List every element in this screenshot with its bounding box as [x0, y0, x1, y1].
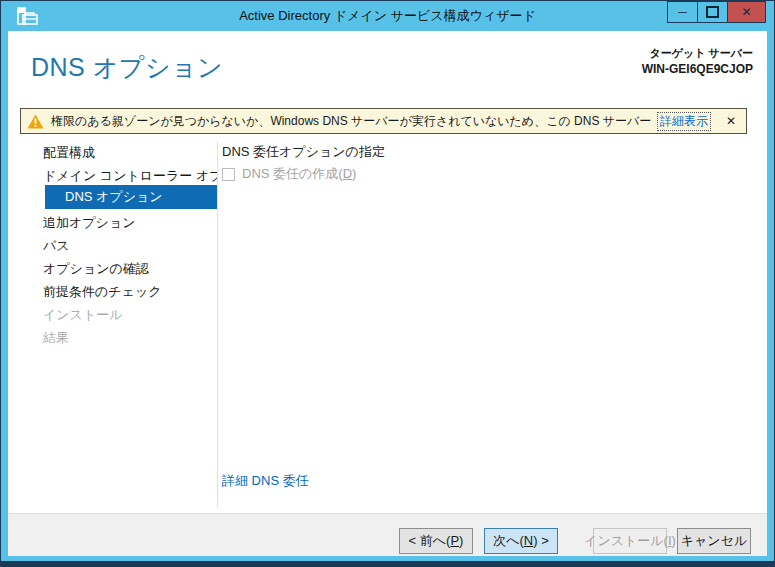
minimize-button[interactable]: ─: [667, 1, 698, 23]
window-bottom-edge: [1, 561, 774, 566]
sidebar-item-prerequisites-check[interactable]: 前提条件のチェック: [20, 282, 217, 302]
advanced-dns-delegation-link[interactable]: 詳細 DNS 委任: [222, 472, 309, 490]
wizard-window: Active Directory ドメイン サービス構成ウィザード ─ ✕ DN…: [0, 0, 775, 567]
sidebar-item-installation: インストール: [20, 305, 217, 325]
wizard-steps-sidebar: 配置構成 ドメイン コントローラー オプ… DNS オプション 追加オプション …: [20, 141, 217, 511]
sidebar-item-domain-controller-options[interactable]: ドメイン コントローラー オプ…: [20, 166, 217, 186]
create-dns-delegation-checkbox[interactable]: [222, 168, 235, 181]
client-area: DNS オプション ターゲット サーバー WIN-GEI6QE9CJOP 権限の…: [8, 31, 767, 556]
cancel-button[interactable]: キャンセル: [677, 528, 751, 554]
maximize-button[interactable]: [697, 1, 728, 23]
close-icon: ✕: [741, 5, 751, 19]
maximize-icon: [706, 6, 719, 18]
section-heading: DNS 委任オプションの指定: [222, 143, 385, 161]
warning-message: 権限のある親ゾーンが見つからないか、Windows DNS サーバーが実行されて…: [51, 113, 651, 130]
window-title: Active Directory ドメイン サービス構成ウィザード: [1, 7, 774, 25]
target-server-block: ターゲット サーバー WIN-GEI6QE9CJOP: [642, 46, 753, 76]
checkbox-label: DNS 委任の作成(D): [242, 165, 356, 183]
install-button: インストール(I): [593, 528, 667, 554]
sidebar-item-deployment-configuration[interactable]: 配置構成: [20, 143, 217, 163]
sidebar-item-additional-options[interactable]: 追加オプション: [20, 213, 217, 233]
close-button[interactable]: ✕: [727, 1, 766, 23]
next-button[interactable]: 次へ(N) >: [484, 528, 558, 554]
warning-icon: [27, 114, 44, 129]
sidebar-item-dns-options[interactable]: DNS オプション: [45, 185, 217, 209]
footer: < 前へ(P) 次へ(N) > インストール(I) キャンセル: [8, 514, 767, 556]
target-server-label: ターゲット サーバー: [642, 46, 753, 61]
target-server-name: WIN-GEI6QE9CJOP: [642, 62, 753, 76]
sidebar-item-paths[interactable]: パス: [20, 236, 217, 256]
sidebar-separator: [217, 141, 218, 508]
show-details-link[interactable]: 詳細表示: [658, 113, 710, 130]
sidebar-item-results: 結果: [20, 328, 217, 348]
warning-banner: 権限のある親ゾーンが見つからないか、Windows DNS サーバーが実行されて…: [20, 108, 747, 134]
banner-close-icon[interactable]: ✕: [723, 114, 739, 128]
previous-button[interactable]: < 前へ(P): [399, 528, 473, 554]
page-title: DNS オプション: [31, 51, 223, 84]
minimize-icon: ─: [678, 6, 687, 18]
titlebar: Active Directory ドメイン サービス構成ウィザード ─ ✕: [1, 1, 774, 31]
sidebar-item-review-options[interactable]: オプションの確認: [20, 259, 217, 279]
dns-delegation-checkbox-row: DNS 委任の作成(D): [222, 165, 356, 183]
